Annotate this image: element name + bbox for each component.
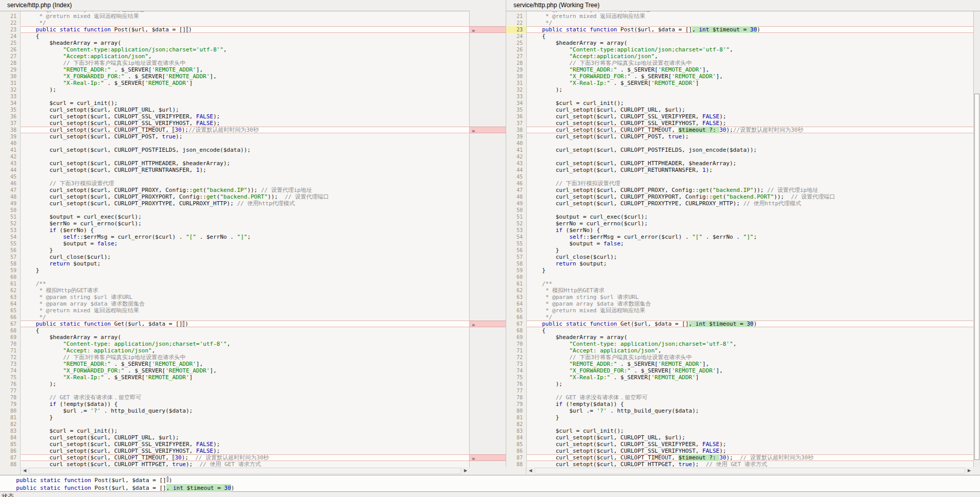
code-line: 24 {: [0, 33, 469, 40]
code-line: 46 // 下面3行模拟设置代理: [0, 180, 469, 187]
gutter-row: [470, 307, 506, 314]
line-number: 21: [0, 13, 21, 20]
gutter-row: [470, 173, 506, 180]
code-line: 72 // 下面3行将客户端真实ip地址设置在请求头中: [0, 354, 469, 361]
code-text: curl_setopt($curl, CURLOPT_URL, $url);: [527, 434, 973, 441]
gutter-row: [470, 13, 506, 20]
line-number: 75: [506, 374, 527, 381]
gutter-row: [470, 200, 506, 207]
change-marker-icon[interactable]: »: [470, 128, 475, 134]
change-marker-icon[interactable]: »: [470, 322, 475, 328]
gutter-row: [470, 314, 506, 321]
code-text: */: [21, 314, 469, 321]
code-line: 70 "Content-type: application/json;chars…: [506, 341, 973, 347]
scroll-left-icon[interactable]: ◀: [526, 467, 535, 474]
line-number: 64: [506, 300, 527, 307]
gutter-row: [470, 46, 506, 53]
code-text: [21, 421, 469, 428]
line-number: 53: [0, 227, 21, 234]
code-line: 22 */: [506, 20, 973, 26]
changed-line-strip[interactable]: »: [470, 26, 506, 33]
gutter-row: [470, 441, 506, 448]
code-line: 41 curl_setopt($curl, CURLOPT_POSTFIELDS…: [506, 147, 973, 153]
line-number: 30: [506, 73, 527, 80]
code-line: 86 curl_setopt($curl, CURLOPT_SSL_VERIFY…: [0, 448, 469, 454]
code-line: 71 "Accept: application/json",: [0, 347, 469, 354]
line-number: 74: [506, 367, 527, 374]
line-number: 29: [0, 66, 21, 73]
code-line: 82: [0, 421, 469, 428]
vertical-scrollbar[interactable]: [973, 11, 980, 467]
code-line: 49 curl_setopt($curl, CURLOPT_PROXYTYPE,…: [506, 200, 973, 207]
left-code-pane[interactable]: 20 * @param array $data 请求数据集合21 * @retu…: [0, 11, 470, 467]
line-number: 42: [506, 153, 527, 160]
scroll-right-icon[interactable]: ▶: [965, 467, 973, 474]
code-line: 79 if (!empty($data)) {: [0, 401, 469, 407]
change-marker-icon[interactable]: »: [470, 455, 475, 462]
code-text: * @return mixed 返回远程响应结果: [21, 13, 469, 20]
line-number: 53: [506, 227, 527, 234]
right-code-pane[interactable]: 20 * @param array $data 请求数据集合21 * @retu…: [506, 11, 973, 467]
left-hscroll-track[interactable]: [29, 468, 461, 474]
code-line: 31 "X-Real-Ip:" . $_SERVER['REMOTE_ADDR'…: [506, 80, 973, 86]
code-line: 37 curl_setopt($curl, CURLOPT_SSL_VERIFY…: [0, 120, 469, 127]
code-line: 83 $curl = curl_init();: [0, 428, 469, 434]
line-number: 36: [0, 113, 21, 120]
code-text: [527, 140, 973, 147]
code-text: * 模拟Http的GET请求: [21, 287, 469, 294]
line-number: 49: [0, 200, 21, 207]
code-text: * @param array $data 请求数据集合: [527, 300, 973, 307]
code-line: 29 "REMOTE_ADDR:" . $_SERVER['REMOTE_ADD…: [0, 66, 469, 73]
code-text: "Content-type:application/json;charset='…: [21, 46, 469, 53]
line-number: 25: [0, 40, 21, 46]
scroll-left-icon[interactable]: ◀: [21, 467, 29, 474]
gutter-row: [470, 300, 506, 307]
code-line: 42: [0, 153, 469, 160]
line-number: 44: [0, 167, 21, 173]
line-number: 28: [0, 60, 21, 66]
right-hscroll-track[interactable]: [535, 468, 965, 474]
code-line: 43 curl_setopt($curl, CURLOPT_HTTPHEADER…: [506, 160, 973, 167]
changed-line-strip[interactable]: »: [470, 454, 506, 461]
code-line: 48 curl_setopt($curl, CURLOPT_PROXYPORT,…: [0, 193, 469, 200]
line-number: 76: [506, 381, 527, 387]
code-line: 29 "REMOTE_ADDR:" . $_SERVER['REMOTE_ADD…: [506, 66, 973, 73]
gutter-row: [470, 240, 506, 247]
code-line: 81 }: [0, 414, 469, 421]
code-line: 43 curl_setopt($curl, CURLOPT_HTTPHEADER…: [0, 160, 469, 167]
code-line: 66 */: [506, 314, 973, 321]
left-horizontal-scrollbar[interactable]: ◀ ▶: [0, 467, 470, 474]
vertical-scrollbar-thumb[interactable]: [974, 94, 979, 460]
right-horizontal-scrollbar[interactable]: ◀ ▶: [506, 467, 973, 474]
line-number: 24: [506, 33, 527, 40]
code-text: {: [21, 327, 469, 334]
line-number: 67: [506, 321, 527, 327]
changed-line-strip[interactable]: »: [470, 127, 506, 133]
gutter-row: [470, 434, 506, 441]
line-number: 54: [0, 234, 21, 240]
code-line: 47 curl_setopt($curl, CURLOPT_PROXY, Con…: [506, 187, 973, 193]
code-text: * @param string $url 请求URL: [527, 294, 973, 300]
insertion-point-marker: [173, 455, 174, 460]
code-text: * 模拟Http的GET请求: [527, 287, 973, 294]
line-number: 64: [0, 300, 21, 307]
code-text: $url .= '?' . http_build_query($data);: [21, 407, 469, 414]
code-text: [527, 421, 973, 428]
code-line: 71 "Accept: application/json",: [506, 347, 973, 354]
changed-line-strip[interactable]: »: [470, 321, 506, 327]
code-line: 85 curl_setopt($curl, CURLOPT_SSL_VERIFY…: [0, 441, 469, 448]
code-line: 83 $curl = curl_init();: [506, 428, 973, 434]
code-line: 27 "Accept:application/json",: [506, 53, 973, 60]
line-number: 73: [0, 361, 21, 367]
code-text: curl_setopt($curl, CURLOPT_POST, true);: [527, 133, 973, 140]
code-text: curl_setopt($curl, CURLOPT_TIMEOUT, 30);…: [21, 127, 469, 133]
code-line: 36 curl_setopt($curl, CURLOPT_SSL_VERIFY…: [0, 113, 469, 120]
code-line: 60: [0, 274, 469, 280]
code-text: return $output;: [527, 260, 973, 267]
change-marker-icon[interactable]: »: [470, 27, 475, 34]
gutter-row: [470, 93, 506, 100]
code-text: );: [21, 381, 469, 387]
code-line: 66 */: [0, 314, 469, 321]
scroll-right-icon[interactable]: ▶: [461, 467, 470, 474]
line-number: 26: [0, 46, 21, 53]
